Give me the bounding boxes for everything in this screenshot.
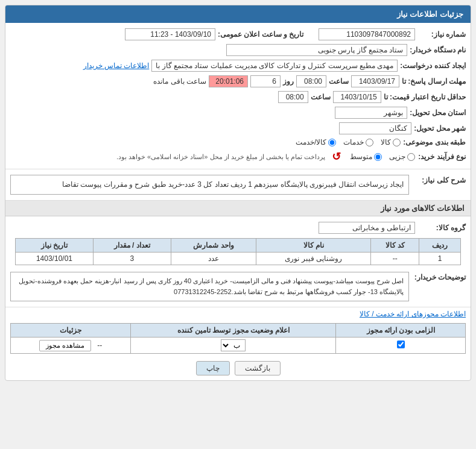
col-vaziat: اعلام وضعیت مجوز توسط تامین کننده [131, 324, 336, 338]
mojoz-table: الزامی بودن ارائه مجوز اعلام وضعیت مجوز … [10, 323, 466, 354]
col-tarikh: تاریخ نیاز [16, 239, 94, 253]
radio-kala-label: کالا [381, 138, 391, 146]
ostan-value: بوشهر [335, 107, 407, 119]
table-row: ب -- مشاهده مجوز [11, 338, 466, 354]
table-row: 1--روشنایی فیبر نوریعدد31403/10/01 [16, 253, 461, 265]
radio-khadamat-label: خدمات [343, 138, 364, 146]
col-name: نام کالا [256, 239, 371, 253]
ettelaat-kalaها-title: اطلاعات کالاهای مورد نیاز [5, 201, 471, 216]
ostan-label: استان محل تحویل: [410, 108, 466, 117]
col-jozeyat: جزئیات [11, 324, 131, 338]
sharh-koli-value: ایجاد زیرساخت انتقال فیبرنوری پالایشگاه … [10, 175, 409, 195]
sharh-koli-label: شرح کلی نیاز: [411, 176, 466, 184]
radio-motovaset[interactable] [374, 153, 382, 161]
col-radif: ردیف [419, 239, 461, 253]
noe-farayand-label: نوع فرآیند خرید: [417, 152, 466, 161]
remaining-value: 20:01:06 [209, 75, 248, 87]
ijad-konande-value: مهدی مطیع سرپرست کنترل و تدارکات کالای م… [151, 60, 398, 72]
page-header: جزئیات اطلاعات نیاز [5, 5, 471, 23]
time-label2: ساعت [311, 93, 331, 101]
time2-value: 08:00 [278, 91, 308, 103]
farayand-radio-group: جزیی متوسط [350, 152, 415, 161]
mojoz-checkbox-cell [336, 338, 466, 354]
mojoz-dropdown[interactable]: ب [221, 339, 246, 351]
red-arrow-icon: ↺ [332, 150, 341, 163]
print-button[interactable]: چاپ [196, 361, 230, 375]
radio-jozei-label: جزیی [389, 152, 405, 161]
col-elzami: الزامی بودن ارائه مجوز [336, 324, 466, 338]
time-label: ساعت [329, 77, 349, 86]
radio-kala-khadamat-label: کالا/خدمت [296, 138, 326, 146]
day1-value: 6 [250, 75, 281, 87]
page-title: جزئیات اطلاعات نیاز [397, 10, 463, 19]
tarikh-saat-value: 1403/09/10 - 11:23 [125, 28, 215, 40]
mojoz-view-button[interactable]: مشاهده مجوز [39, 340, 91, 351]
remaining-label: ساعت باقی مانده [153, 77, 206, 86]
radio-kala[interactable] [393, 139, 401, 146]
col-vahed: واحد شمارش [171, 239, 256, 253]
tarikh-saat-label: تاریخ و ساعت اعلان عمومی: [218, 30, 303, 39]
shomare-niaz-label: شماره نیاز: [417, 30, 466, 39]
payment-note: پرداخت تمام یا بخشی از مبلغ خرید از محل … [116, 153, 325, 161]
ijad-konande-label: ایجاد کننده درخواست: [400, 61, 466, 70]
name-dastgah-value: ستاد مجتمع گاز پارس جنوبی [226, 44, 407, 56]
mohlet-ersal-label: مهلت ارسال پاسخ: تا [402, 77, 466, 86]
kala-table: ردیف کد کالا نام کالا واحد شمارش تعداد /… [15, 238, 461, 265]
tabagheh-radio-group: کالا خدمات کالا/خدمت [296, 138, 401, 146]
buyer-note-value: اصل شرح پیوست میباشد-پیوست پیشنهاد فنی و… [10, 272, 409, 301]
mojoz-checkbox[interactable] [397, 341, 405, 348]
radio-kala-khadamat[interactable] [328, 139, 336, 146]
name-dastgah-label: نام دستگاه خریدار: [410, 46, 466, 54]
mojoz-dropdown-cell: ب [131, 338, 336, 354]
footer-link[interactable]: اطلاعات مجوزهای ارائه خدمت / کالا [5, 307, 471, 321]
radio-khadamat[interactable] [366, 139, 373, 146]
radio-motovaset-label: متوسط [350, 152, 372, 161]
shahr-label: شهر محل تحویل: [414, 124, 466, 133]
hadate-tarikh-label: حداقل تاریخ اعتبار قیمت: تا [384, 93, 466, 101]
mojoz-detail-cell: -- مشاهده مجوز [11, 338, 131, 354]
radio-jozei[interactable] [407, 153, 415, 161]
gorohe-kala-value: ارتباطی و مخابراتی [319, 222, 415, 234]
shomare-niaz-value: 1103097847000892 [319, 28, 415, 40]
mojoz-detail-value: -- [97, 341, 102, 350]
back-button[interactable]: بازگشت [235, 361, 281, 375]
time1-value: 08:00 [296, 75, 326, 87]
gorohe-kala-label: گروه کالا: [417, 224, 466, 232]
tabagheh-label: طبقه بندی موضوعی: [403, 138, 466, 146]
shahr-value: کنگان [339, 122, 411, 134]
col-tedad: تعداد / مقدار [93, 239, 171, 253]
footer-buttons: بازگشت چاپ [5, 356, 471, 380]
date2-value: 1403/10/15 [333, 91, 381, 103]
buyer-note-label: توضیحات خریدار: [411, 273, 466, 281]
col-kod: کد کالا [371, 239, 419, 253]
roz-label: روز [283, 77, 294, 86]
ettelaat-tamas-link[interactable]: اطلاعات تماس خریدار [83, 61, 150, 70]
date1-value: 1403/09/17 [351, 75, 399, 87]
